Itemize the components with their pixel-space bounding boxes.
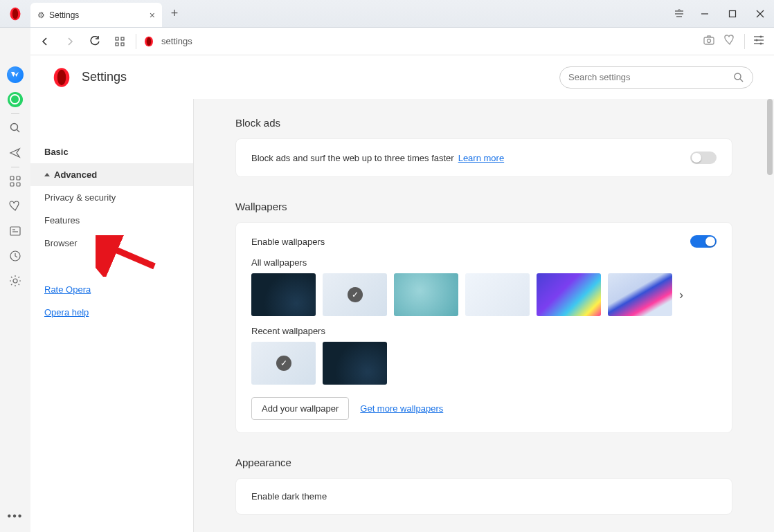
browser-tab[interactable]: ⚙ Settings × [30, 3, 162, 27]
svg-point-22 [147, 37, 152, 46]
opera-favicon [143, 36, 154, 47]
svg-rect-17 [116, 37, 118, 40]
maximize-button[interactable] [719, 0, 746, 28]
page-header: Settings [30, 55, 774, 99]
search-icon [733, 72, 744, 83]
opera-menu-button[interactable] [0, 0, 30, 27]
blockads-learn-more[interactable]: Learn more [458, 153, 504, 163]
svg-point-33 [735, 73, 741, 80]
nav-rate-opera[interactable]: Rate Opera [30, 278, 193, 301]
wallpaper-thumb-6[interactable] [608, 273, 672, 316]
settings-gear-icon[interactable] [4, 268, 26, 293]
svg-rect-10 [10, 183, 14, 186]
window-controls [691, 0, 774, 27]
sidebar-rail: ••• [0, 28, 30, 532]
svg-point-6 [11, 124, 18, 131]
speed-dial-button[interactable] [111, 33, 129, 51]
svg-rect-11 [17, 183, 20, 186]
appearance-card: Enable dark theme [235, 478, 732, 515]
page-title: Settings [82, 70, 127, 84]
all-wallpapers-label: All wallpapers [251, 257, 717, 268]
svg-rect-19 [116, 43, 118, 46]
easy-setup-icon[interactable] [753, 35, 764, 48]
blockads-heading: Block ads [235, 117, 732, 129]
search-settings-box[interactable] [559, 66, 753, 89]
svg-rect-9 [17, 176, 20, 180]
news-icon[interactable] [4, 219, 26, 244]
heart-icon[interactable] [4, 194, 26, 219]
recent-wallpaper-thumb-2[interactable] [323, 342, 387, 385]
close-tab-icon[interactable]: × [150, 10, 155, 21]
recent-wallpapers-label: Recent wallpapers [251, 326, 717, 336]
enable-wallpapers-label: Enable wallpapers [251, 237, 325, 247]
nav-features[interactable]: Features [30, 209, 193, 232]
messenger-icon[interactable] [4, 62, 26, 87]
address-bar: settings [30, 28, 774, 55]
forward-button[interactable] [61, 33, 79, 51]
wallpaper-thumb-5[interactable] [537, 273, 601, 316]
back-button[interactable] [36, 33, 54, 51]
nav-privacy[interactable]: Privacy & security [30, 186, 193, 209]
svg-point-29 [755, 39, 757, 41]
nav-browser[interactable]: Browser [30, 232, 193, 255]
svg-rect-3 [730, 10, 736, 17]
svg-point-28 [759, 35, 762, 37]
nav-opera-help[interactable]: Opera help [30, 301, 193, 324]
svg-rect-23 [704, 37, 714, 44]
address-text[interactable]: settings [161, 36, 696, 46]
enable-dark-theme-label: Enable dark theme [251, 491, 327, 502]
content-area: Settings Basic Advanced Privacy & securi… [30, 55, 774, 532]
blockads-toggle[interactable] [690, 152, 717, 164]
settings-sidebar: Basic Advanced Privacy & security Featur… [30, 99, 194, 532]
svg-rect-18 [121, 37, 124, 40]
wallpapers-card: Enable wallpapers All wallpapers › Recen… [235, 222, 732, 433]
wallpaper-thumb-3[interactable] [394, 273, 458, 316]
blockads-card: Block ads and surf the web up to three t… [235, 138, 732, 177]
wallpaper-thumb-2[interactable] [323, 273, 387, 316]
history-icon[interactable] [4, 244, 26, 268]
gear-icon: ⚙ [37, 10, 45, 20]
speed-dial-icon[interactable] [4, 169, 26, 194]
search-input[interactable] [568, 72, 728, 82]
titlebar: ⚙ Settings × + [0, 0, 774, 28]
wallpaper-thumb-4[interactable] [465, 273, 530, 316]
blockads-text: Block ads and surf the web up to three t… [251, 153, 454, 163]
get-more-wallpapers-link[interactable]: Get more wallpapers [360, 403, 443, 414]
scrollbar[interactable] [766, 99, 774, 532]
wallpapers-next-button[interactable]: › [679, 288, 693, 302]
reload-button[interactable] [86, 33, 104, 51]
opera-logo [51, 67, 72, 88]
svg-rect-20 [121, 43, 124, 46]
add-wallpaper-button[interactable]: Add your wallpaper [251, 397, 349, 420]
svg-rect-12 [10, 227, 20, 235]
main-body: Basic Advanced Privacy & security Featur… [30, 99, 774, 532]
svg-point-1 [12, 8, 18, 19]
new-tab-button[interactable]: + [162, 0, 187, 27]
svg-point-30 [759, 42, 762, 44]
wallpapers-heading: Wallpapers [235, 201, 732, 212]
close-window-button[interactable] [746, 0, 774, 28]
more-icon[interactable]: ••• [0, 510, 30, 522]
recent-wallpaper-thumb-1[interactable] [251, 342, 316, 385]
svg-rect-8 [10, 176, 14, 180]
nav-advanced[interactable]: Advanced [30, 163, 193, 186]
settings-panel: Block ads Block ads and surf the web up … [194, 99, 774, 532]
svg-line-34 [740, 79, 743, 82]
svg-line-7 [17, 130, 20, 133]
enable-wallpapers-toggle[interactable] [690, 235, 717, 248]
svg-point-32 [57, 69, 66, 85]
wallpaper-thumb-1[interactable] [251, 273, 316, 316]
menu-icon[interactable] [667, 0, 691, 27]
svg-point-24 [708, 39, 711, 42]
caret-up-icon [44, 173, 50, 176]
tab-label: Settings [49, 10, 145, 20]
search-icon[interactable] [4, 116, 26, 140]
whatsapp-icon[interactable] [4, 87, 26, 112]
bookmark-heart-icon[interactable] [723, 34, 736, 49]
minimize-button[interactable] [691, 0, 719, 28]
svg-point-16 [13, 279, 17, 283]
nav-basic[interactable]: Basic [30, 140, 193, 163]
appearance-heading: Appearance [235, 457, 732, 468]
send-icon[interactable] [4, 140, 26, 165]
snapshot-icon[interactable] [703, 34, 715, 49]
